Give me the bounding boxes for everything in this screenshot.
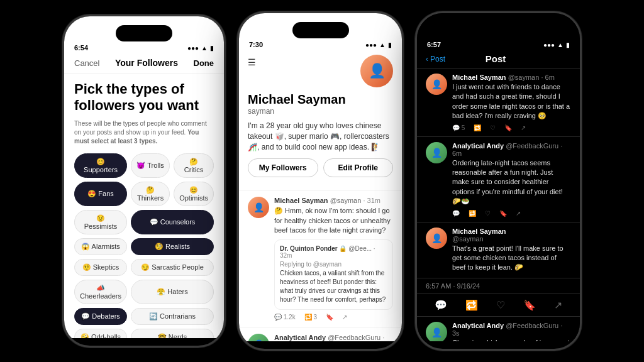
- tag-haters[interactable]: 😤 Haters: [131, 280, 214, 304]
- tweet-item: 👤 Michael Sayman @sayman · 31m 🤔 Hmm, ok…: [239, 190, 402, 327]
- dark-bookmark-1[interactable]: 🔖: [504, 124, 512, 131]
- reply-to: Replying to @sayman: [280, 261, 387, 268]
- tag-optimists[interactable]: 😊 Optimists: [174, 182, 214, 206]
- bottom-like[interactable]: ♡: [496, 299, 505, 311]
- dynamic-island-2: [292, 22, 349, 38]
- dark-reply-2[interactable]: 💬: [452, 210, 460, 217]
- tag-thinkers[interactable]: 🤔 Thinkers: [131, 182, 170, 206]
- tag-critics[interactable]: 🤔 Critics: [174, 153, 214, 178]
- status-icons-3: ●●● ▲ ▮: [543, 41, 570, 48]
- tweet-meta-2: Analytical Andy @FeedbackGuru · 39m: [274, 334, 393, 341]
- followers-heading: Pick the types of followers you want: [74, 81, 214, 114]
- tweet-actions: 💬 1.2k 🔁 3 🔖 ↗: [274, 314, 393, 321]
- profile-handle: sayman: [248, 107, 393, 116]
- my-followers-button[interactable]: My Followers: [248, 158, 318, 177]
- phone-3-content: ‹ Post Post 👤 Michael Sayman @sayman · 6…: [417, 50, 580, 341]
- tag-alarmists[interactable]: 😱 Alarmists: [74, 238, 127, 255]
- tweet-item-2: 👤 Analytical Andy @FeedbackGuru · 39m Re…: [239, 327, 402, 341]
- cancel-button[interactable]: Cancel: [74, 58, 99, 68]
- dark-tweet-text-1: I just went out with friends to dance an…: [452, 82, 571, 121]
- status-icons-1: ●●● ▲ ▮: [187, 45, 214, 52]
- tweet-body: Michael Sayman @sayman · 31m 🤔 Hmm, ok n…: [274, 197, 393, 320]
- dark-tweet-body-3: Michael Sayman@sayman That's a great poi…: [452, 228, 571, 273]
- hamburger-icon[interactable]: ☰: [248, 57, 256, 67]
- status-bar-2: 7:30 ●●● ▲ ▮: [239, 38, 402, 50]
- bottom-actions: 💬 🔁 ♡ 🔖 ↗: [417, 294, 580, 317]
- dark-tweet-text-2: Ordering late-night tacos seems reasonab…: [452, 158, 571, 207]
- profile-header: ☰ 👤: [239, 50, 402, 87]
- profile-bio: I'm a 28 year old guy who loves chinese …: [248, 121, 393, 152]
- bookmark-action[interactable]: 🔖: [326, 314, 333, 321]
- dark-tweet-body-1: Michael Sayman @sayman · 6m I just went …: [452, 74, 571, 131]
- wifi-icon-2: ▲: [379, 41, 386, 48]
- phone-1: 6:54 ●●● ▲ ▮ Cancel Your Followers Done …: [62, 14, 226, 348]
- dark-share-1[interactable]: ↗: [521, 124, 526, 131]
- dark-rt-1[interactable]: 🔁: [474, 124, 481, 131]
- dark-rt-2[interactable]: 🔁: [469, 210, 476, 217]
- dark-tweet-meta-4: Analytical Andy @FeedbackGuru · 3s: [452, 322, 571, 337]
- tag-fans[interactable]: 😍 Fans: [74, 182, 127, 206]
- signal-icon-2: ●●●: [365, 41, 377, 48]
- tweet-avatar: 👤: [248, 197, 269, 218]
- dark-reply-1[interactable]: 💬 5: [452, 124, 465, 131]
- signal-icon: ●●●: [187, 45, 199, 52]
- dark-like-2[interactable]: ♡: [485, 210, 491, 217]
- dark-timestamp: 6:57 AM · 9/16/24: [417, 278, 580, 294]
- battery-icon-3: ▮: [566, 41, 570, 48]
- share-action[interactable]: ↗: [342, 314, 347, 321]
- dark-bookmark-2[interactable]: 🔖: [499, 210, 507, 217]
- followers-header: Cancel Your Followers Done: [64, 53, 224, 74]
- tweet-avatar-2: 👤: [248, 334, 269, 341]
- tag-realists[interactable]: 🧐 Realists: [131, 238, 214, 255]
- tags-grid: 😊 Supporters 😈 Trolls 🤔 Critics 😍 Fans 🤔…: [74, 153, 214, 338]
- bottom-share[interactable]: ↗: [554, 299, 562, 311]
- dark-tweet-meta-3: Michael Sayman@sayman: [452, 228, 571, 243]
- tag-counselors[interactable]: 💬 Counselors: [131, 210, 214, 234]
- dark-tweet-text-3: That's a great point! I'll make sure to …: [452, 244, 571, 273]
- followers-subtext: These will be the types of people who co…: [74, 119, 214, 146]
- tag-pessimists[interactable]: 😟 Pessimists: [74, 210, 127, 234]
- phone-1-content: Cancel Your Followers Done Pick the type…: [64, 53, 224, 338]
- phone-3: 6:57 ●●● ▲ ▮ ‹ Post Post 👤: [415, 11, 582, 351]
- bottom-reply[interactable]: 💬: [435, 299, 447, 311]
- dark-tweet-4: 👤 Analytical Andy @FeedbackGuru · 3s Cho…: [417, 317, 580, 341]
- dark-tweet-text-4: Choosing chicken over beef is a smart: [452, 338, 571, 341]
- done-button[interactable]: Done: [194, 58, 214, 68]
- quote-tweet: Dr. Quinton Ponder 🔒 @Dee... · 32m Reply…: [274, 239, 393, 310]
- dark-avatar-4: 👤: [426, 322, 447, 341]
- profile-info: Michael Sayman sayman I'm a 28 year old …: [239, 87, 402, 190]
- tag-skeptics[interactable]: 🤨 Skeptics: [74, 259, 127, 276]
- tag-oddballs[interactable]: 🤪 Odd-balls: [74, 329, 127, 338]
- status-bar-1: 6:54 ●●● ▲ ▮: [64, 41, 224, 53]
- tag-nerds[interactable]: 🤓 Nerds: [131, 329, 214, 338]
- profile-buttons: My Followers Edit Profile: [248, 158, 393, 177]
- tweet-text: 🤔 Hmm, ok now I'm torn: should I go for …: [274, 206, 393, 235]
- dark-share-2[interactable]: ↗: [516, 210, 521, 217]
- phone-2: 7:30 ●●● ▲ ▮ ☰ 👤 Michael Sayman sayman I…: [237, 11, 404, 351]
- bottom-bookmark[interactable]: 🔖: [523, 299, 536, 311]
- dark-avatar-2: 👤: [426, 142, 447, 163]
- dark-tweet-meta-2: Analytical Andy @FeedbackGuru · 6m: [452, 142, 571, 157]
- tag-cheerleaders[interactable]: 📣 Cheerleaders: [74, 280, 127, 304]
- dark-tweet-meta-1: Michael Sayman @sayman · 6m: [452, 74, 571, 81]
- back-button[interactable]: ‹ Post: [426, 55, 445, 63]
- tag-trolls[interactable]: 😈 Trolls: [131, 153, 170, 178]
- scene: 6:54 ●●● ▲ ▮ Cancel Your Followers Done …: [0, 0, 644, 362]
- retweet-action[interactable]: 🔁 3: [304, 314, 317, 321]
- tweet-meta: Michael Sayman @sayman · 31m: [274, 197, 393, 204]
- tag-contrarians[interactable]: 🔄 Contrarians: [131, 308, 214, 325]
- tag-supporters[interactable]: 😊 Supporters: [74, 153, 127, 178]
- dynamic-island-1: [116, 25, 172, 41]
- dark-like-1[interactable]: ♡: [490, 124, 496, 131]
- reply-action[interactable]: 💬 1.2k: [274, 314, 296, 321]
- edit-profile-button[interactable]: Edit Profile: [323, 158, 394, 177]
- wifi-icon-3: ▲: [557, 41, 564, 48]
- tag-sarcastic[interactable]: 😏 Sarcastic People: [131, 259, 214, 276]
- tag-debaters[interactable]: 💬 Debaters: [74, 308, 127, 325]
- dark-tweet-body-4: Analytical Andy @FeedbackGuru · 3s Choos…: [452, 322, 571, 341]
- post-header: ‹ Post Post: [417, 50, 580, 69]
- followers-title: Your Followers: [115, 58, 178, 68]
- status-time-3: 6:57: [427, 41, 441, 48]
- dark-avatar-1: 👤: [426, 74, 447, 95]
- bottom-rt[interactable]: 🔁: [465, 299, 478, 311]
